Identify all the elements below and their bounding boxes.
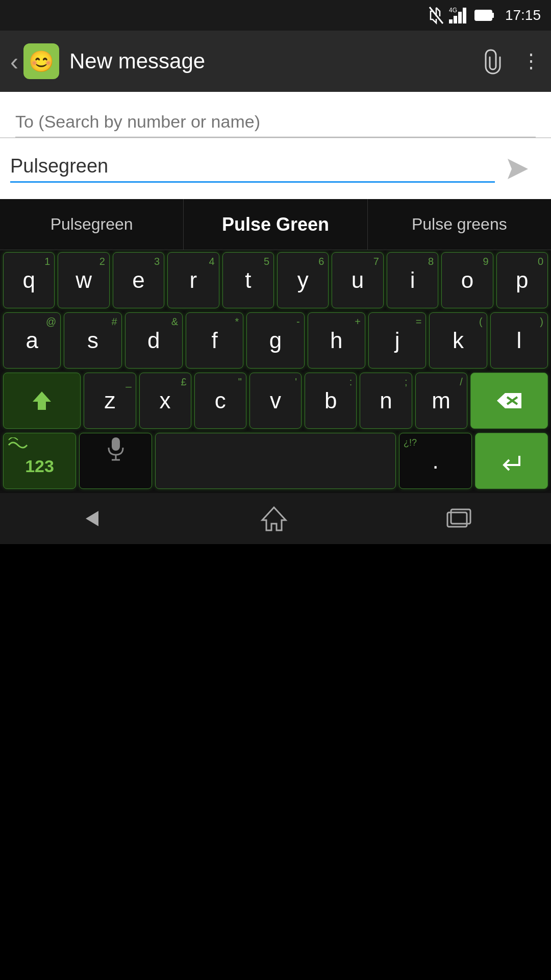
key-g-primary: g	[269, 329, 282, 352]
send-button[interactable]	[495, 146, 541, 192]
status-icons: 4G 17:15	[429, 6, 541, 24]
shift-key[interactable]	[3, 373, 81, 429]
key-i[interactable]: 8 i	[387, 252, 438, 308]
back-nav-icon[interactable]	[78, 506, 104, 531]
main-area	[0, 92, 551, 199]
key-g[interactable]: - g	[246, 312, 304, 369]
compose-input[interactable]	[10, 155, 495, 177]
page-title: New message	[69, 49, 481, 74]
key-period-primary: .	[432, 450, 438, 472]
key-p-primary: p	[516, 269, 528, 291]
key-b-secondary: :	[349, 376, 353, 388]
key-i-secondary: 8	[428, 256, 434, 267]
key-h-secondary: +	[355, 316, 361, 328]
key-k-primary: k	[453, 329, 464, 352]
autocomplete-item-0[interactable]: Pulsegreen	[0, 199, 184, 250]
back-button[interactable]: ‹	[10, 47, 18, 76]
key-u[interactable]: 7 u	[332, 252, 383, 308]
mic-icon	[107, 436, 125, 462]
key-a[interactable]: @ a	[3, 312, 61, 369]
key-v[interactable]: ' v	[249, 373, 302, 429]
key-l-secondary: )	[540, 316, 543, 328]
key-s-secondary: #	[112, 316, 117, 328]
key-i-primary: i	[410, 269, 415, 291]
key-e[interactable]: 3 e	[113, 252, 164, 308]
key-d-primary: d	[147, 329, 160, 352]
key-numbers[interactable]: 123	[3, 433, 76, 489]
key-y[interactable]: 6 y	[277, 252, 329, 308]
backspace-key[interactable]	[470, 373, 548, 429]
key-space[interactable]	[155, 433, 396, 489]
autocomplete-item-2[interactable]: Pulse greens	[368, 199, 551, 250]
key-b[interactable]: : b	[305, 373, 357, 429]
key-n[interactable]: ; n	[360, 373, 412, 429]
key-d[interactable]: & d	[125, 312, 183, 369]
key-r[interactable]: 4 r	[167, 252, 219, 308]
key-l[interactable]: ) l	[490, 312, 548, 369]
to-input[interactable]	[15, 112, 536, 137]
key-s[interactable]: # s	[64, 312, 121, 369]
svg-marker-8	[508, 159, 528, 179]
key-t[interactable]: 5 t	[222, 252, 274, 308]
send-icon	[503, 154, 533, 184]
key-mic[interactable]: m	[79, 433, 152, 489]
to-field-container	[0, 92, 551, 138]
key-y-primary: y	[297, 269, 309, 291]
key-m[interactable]: / m	[415, 373, 467, 429]
key-u-primary: u	[352, 269, 364, 291]
key-n-secondary: ;	[405, 376, 408, 388]
key-w-primary: w	[76, 269, 92, 291]
key-z-primary: z	[104, 389, 115, 412]
recents-nav-icon[interactable]	[445, 507, 473, 530]
mute-icon	[429, 6, 444, 24]
key-g-secondary: -	[296, 316, 300, 328]
key-punct[interactable]: ¿!? .	[399, 433, 472, 489]
status-time: 17:15	[505, 7, 541, 23]
autocomplete-item-1[interactable]: Pulse Green	[184, 199, 367, 250]
key-u-secondary: 7	[373, 256, 379, 267]
key-f[interactable]: * f	[186, 312, 243, 369]
attach-icon[interactable]	[481, 47, 506, 76]
svg-text:4G: 4G	[449, 7, 457, 14]
more-icon[interactable]: ⋮	[521, 50, 541, 72]
status-bar: 4G 17:15	[0, 0, 551, 31]
key-j[interactable]: = j	[368, 312, 426, 369]
key-numbers-label: 123	[25, 456, 54, 476]
key-a-primary: a	[26, 329, 38, 352]
svg-rect-7	[492, 13, 494, 18]
app-bar: ‹ 😊 New message ⋮	[0, 31, 551, 92]
backspace-icon	[495, 390, 523, 411]
key-h[interactable]: + h	[308, 312, 365, 369]
key-t-primary: t	[245, 269, 251, 291]
swiftkey-logo-icon	[8, 437, 28, 453]
keyboard-row-2: @ a # s & d * f - g + h = j ( k	[0, 310, 551, 371]
key-c-secondary: "	[238, 376, 242, 388]
key-q[interactable]: 1 q	[3, 252, 55, 308]
key-d-secondary: &	[171, 316, 178, 328]
key-a-secondary: @	[46, 316, 56, 328]
key-t-secondary: 5	[264, 256, 269, 267]
key-c[interactable]: " c	[194, 373, 246, 429]
key-z[interactable]: _ z	[84, 373, 136, 429]
key-k-secondary: (	[479, 316, 483, 328]
key-f-primary: f	[212, 329, 218, 352]
enter-icon	[499, 451, 524, 471]
home-nav-icon[interactable]	[260, 505, 288, 533]
key-enter[interactable]	[475, 433, 548, 489]
key-n-primary: n	[380, 389, 392, 412]
key-p[interactable]: 0 p	[496, 252, 548, 308]
key-o[interactable]: 9 o	[441, 252, 493, 308]
key-j-primary: j	[395, 329, 400, 352]
key-e-primary: e	[132, 269, 144, 291]
key-k[interactable]: ( k	[429, 312, 487, 369]
key-e-secondary: 3	[154, 256, 160, 267]
app-bar-actions: ⋮	[481, 47, 541, 76]
signal-icon: 4G	[449, 6, 469, 24]
key-x[interactable]: £ x	[139, 373, 191, 429]
key-b-primary: b	[324, 389, 337, 412]
key-s-primary: s	[87, 329, 98, 352]
key-w[interactable]: 2 w	[58, 252, 109, 308]
key-r-secondary: 4	[209, 256, 214, 267]
key-o-secondary: 9	[483, 256, 489, 267]
key-v-primary: v	[270, 389, 281, 412]
